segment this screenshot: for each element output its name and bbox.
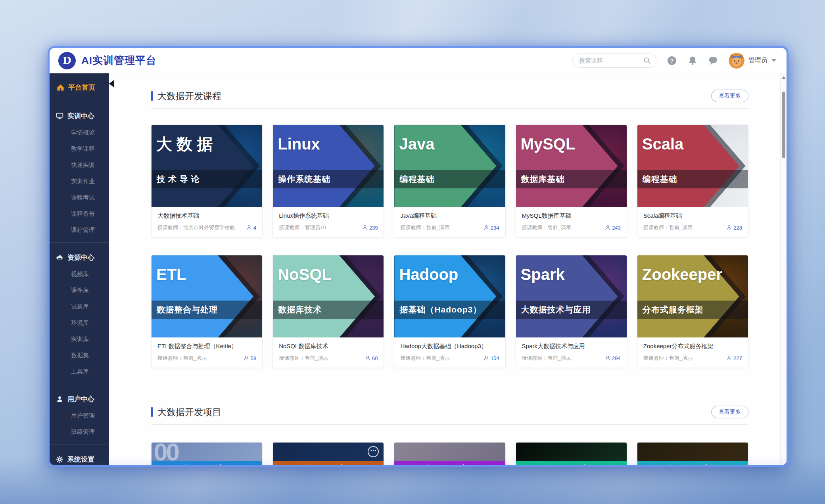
sidebar-collapse-arrow[interactable] xyxy=(109,80,114,87)
sidebar-item[interactable]: 学情概览 xyxy=(50,125,109,141)
course-card[interactable]: 编程基础 Scala Scala编程基础 授课教师：售前_演示 228 xyxy=(637,125,748,238)
sidebar-item[interactable]: 实训库 xyxy=(50,331,109,347)
view-more-button[interactable]: 查看更多 xyxy=(711,90,748,102)
sidebar-item[interactable]: 视频库 xyxy=(50,266,109,282)
scrollbar-thumb[interactable] xyxy=(782,92,785,158)
course-card[interactable]: 编程基础 Java Java编程基础 授课教师：售前_演示 234 xyxy=(394,125,505,238)
sidebar-item[interactable]: 数据集 xyxy=(50,347,109,364)
more-dots-icon: ··· xyxy=(368,446,379,457)
bell-icon[interactable] xyxy=(687,56,698,66)
course-title: Scala编程基础 xyxy=(643,212,742,220)
course-card[interactable]: 据基础（Hadoop3） Hadoop Hadoop大数据基础（Hadoop3）… xyxy=(394,255,505,368)
project-card[interactable]: ··· 大数据开发案例 xyxy=(516,442,627,465)
project-thumbnail: ··· 大数据开发案例 xyxy=(637,443,748,465)
sidebar-item[interactable]: 课程备份 xyxy=(50,206,109,222)
app-title: AI实训管理平台 xyxy=(81,54,157,67)
sidebar-item-home[interactable]: 平台首页 xyxy=(50,78,109,97)
course-thumbnail: 编程基础 Java xyxy=(394,125,505,207)
sidebar-sublist-training: 学情概览教学课程快速实训实训作业课程考试课程备份课程管理 xyxy=(50,125,109,238)
sidebar-section-training[interactable]: 实训中心 xyxy=(50,105,109,125)
search-box[interactable] xyxy=(572,54,656,68)
course-card[interactable]: 数据库技术 NoSQL NoSQL数据库技术 授课教师：售前_演示 60 xyxy=(272,255,384,368)
search-input[interactable] xyxy=(579,57,640,64)
sidebar: 平台首页 实训中心 学情概览教学课程快速实训实训作业课程考试课程备份课程管理 xyxy=(50,73,109,465)
course-meta: 授课教师：管理员10 239 xyxy=(279,224,378,231)
user-menu[interactable]: 管理员 xyxy=(729,53,776,69)
sidebar-item[interactable]: 环境库 xyxy=(50,315,109,331)
sidebar-divider xyxy=(50,242,109,243)
sidebar-section-resources[interactable]: 资源中心 xyxy=(50,247,109,266)
sidebar-section-label: 系统设置 xyxy=(67,455,94,464)
scroll-up-arrow-icon[interactable] xyxy=(782,76,786,79)
count-number: 243 xyxy=(612,225,621,231)
enrollment-count: 4 xyxy=(246,225,256,231)
course-thumbnail: 操作系统基础 Linux xyxy=(273,125,384,207)
course-info: MySQL数据库基础 授课教师：售前_演示 243 xyxy=(516,207,627,237)
sidebar-item[interactable]: 实训作业 xyxy=(50,173,109,190)
avatar[interactable] xyxy=(729,53,744,69)
sidebar-sublist-users: 用户管理班级管理 xyxy=(50,408,109,440)
app-window: D AI实训管理平台 ? xyxy=(48,46,789,467)
course-thumbnail: 技 术 导 论 大 数 据 xyxy=(152,125,262,207)
thumbnail-subtitle: 编程基础 xyxy=(643,174,677,185)
count-number: 60 xyxy=(372,355,378,361)
course-card[interactable]: 分布式服务框架 Zookeeper Zookeeper分布式服务框架 授课教师：… xyxy=(637,255,748,368)
sidebar-divider xyxy=(50,444,109,445)
sidebar-section-settings[interactable]: 系统设置 xyxy=(50,448,109,465)
project-thumbnail: ··· 大数据开发案例 xyxy=(516,443,627,465)
course-info: Spark大数据技术与应用 授课教师：售前_演示 294 xyxy=(516,337,627,368)
cloud-icon xyxy=(56,254,63,261)
course-card[interactable]: 大数据技术与应用 Spark Spark大数据技术与应用 授课教师：售前_演示 … xyxy=(516,255,627,368)
content-scrollbar[interactable] xyxy=(780,73,787,465)
course-card[interactable]: 数据整合与处理 ETL ETL数据整合与处理（Kettle） 授课教师：售前_演… xyxy=(151,255,263,368)
sidebar-item[interactable]: 课程管理 xyxy=(50,222,109,238)
project-card[interactable]: ··· 大数据开发案例 xyxy=(394,442,505,465)
enrollment-count: 60 xyxy=(365,355,378,361)
app-header: D AI实训管理平台 ? xyxy=(50,48,787,73)
person-count-icon xyxy=(246,225,252,230)
sidebar-item[interactable]: 快速实训 xyxy=(50,157,109,173)
enrollment-count: 239 xyxy=(362,225,378,231)
course-title: Java编程基础 xyxy=(400,212,499,220)
thumbnail-title: Scala xyxy=(642,135,684,153)
project-grid: 00 ··· 大数据开发案例 ··· 大数据开发案例 ··· 大数据开发案例 ·… xyxy=(151,442,748,465)
thumbnail-subtitle-band: 大数据技术与应用 xyxy=(516,301,627,319)
course-teacher: 授课教师：北京市对外贸易学校教... xyxy=(157,224,237,231)
sidebar-item[interactable]: 课程考试 xyxy=(50,190,109,206)
enrollment-count: 228 xyxy=(726,225,742,231)
enrollment-count: 58 xyxy=(244,355,256,361)
sidebar-section-users[interactable]: 用户中心 xyxy=(50,388,109,408)
project-card[interactable]: ··· 大数据开发案例 xyxy=(637,442,748,465)
sidebar-sublist-resources: 视频库课件库试题库环境库实训库数据集工具库 xyxy=(50,266,109,380)
monitor-icon xyxy=(56,112,63,120)
course-info: ETL数据整合与处理（Kettle） 授课教师：售前_演示 58 xyxy=(152,337,262,368)
view-more-button[interactable]: 查看更多 xyxy=(711,406,748,418)
sidebar-item[interactable]: 用户管理 xyxy=(50,408,109,424)
person-count-icon xyxy=(244,355,249,361)
sidebar-item[interactable]: 试题库 xyxy=(50,299,109,315)
course-title: MySQL数据库基础 xyxy=(522,212,621,220)
course-info: Java编程基础 授课教师：售前_演示 234 xyxy=(394,207,505,237)
course-card[interactable]: 操作系统基础 Linux Linux操作系统基础 授课教师：管理员10 239 xyxy=(272,125,384,238)
sidebar-item[interactable]: 课件库 xyxy=(50,282,109,299)
title-accent-bar xyxy=(151,91,153,101)
sidebar-item[interactable]: 班级管理 xyxy=(50,424,109,440)
section-title-text: 大数据开发课程 xyxy=(157,90,221,102)
course-info: Linux操作系统基础 授课教师：管理员10 239 xyxy=(273,207,384,237)
thumbnail-title: 大 数 据 xyxy=(156,135,213,153)
course-card[interactable]: 技 术 导 论 大 数 据 大数据技术基础 授课教师：北京市对外贸易学校教...… xyxy=(151,125,263,238)
sidebar-item[interactable]: 教学课程 xyxy=(50,141,109,157)
search-icon[interactable] xyxy=(643,57,651,65)
project-card[interactable]: ··· 大数据开发案例 xyxy=(272,442,384,465)
project-card[interactable]: 00 ··· 大数据开发案例 xyxy=(151,442,263,465)
project-thumbnail: ··· 大数据开发案例 xyxy=(394,443,505,465)
help-icon[interactable]: ? xyxy=(667,56,677,66)
course-meta: 授课教师：售前_演示 58 xyxy=(157,355,256,362)
project-band-label: 大数据开发案例 xyxy=(637,461,748,465)
course-card[interactable]: 数据库基础 MySQL MySQL数据库基础 授课教师：售前_演示 243 xyxy=(516,125,627,238)
count-number: 239 xyxy=(369,225,378,231)
thumbnail-subtitle: 技 术 导 论 xyxy=(157,174,200,185)
course-thumbnail: 数据整合与处理 ETL xyxy=(152,255,262,337)
sidebar-item[interactable]: 工具库 xyxy=(50,364,109,380)
chat-icon[interactable] xyxy=(708,56,718,66)
